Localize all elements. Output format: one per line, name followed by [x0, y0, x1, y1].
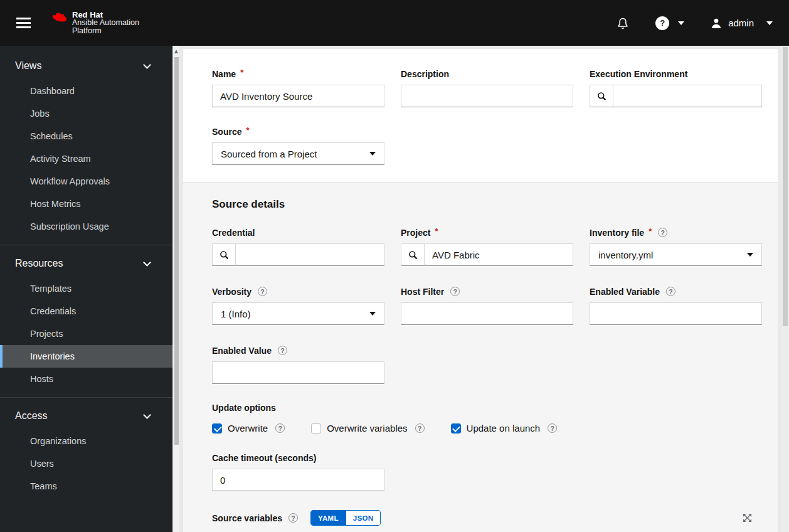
update-on-launch-label: Update on launch — [467, 423, 541, 434]
user-menu-button[interactable]: admin — [711, 18, 773, 29]
sidebar-item-templates[interactable]: Templates — [0, 277, 172, 300]
scrollbar-thumb[interactable] — [174, 57, 179, 445]
name-input[interactable] — [212, 85, 384, 107]
question-circle-icon[interactable] — [289, 513, 298, 523]
question-circle-icon[interactable] — [275, 423, 285, 433]
enabled-value-field: Enabled Value — [212, 345, 384, 384]
name-label: Name — [212, 69, 236, 79]
sidebar-item-dashboard[interactable]: Dashboard — [0, 80, 172, 102]
inventory-source-form-top: Name Description Execution Environment — [183, 49, 778, 182]
main-scrollbar[interactable] — [781, 46, 789, 532]
question-circle-icon[interactable] — [278, 346, 287, 355]
overwrite-checkbox[interactable] — [212, 423, 222, 434]
project-field: Project — [401, 227, 573, 266]
brand-line3: Platform — [72, 27, 139, 35]
question-circle-icon[interactable] — [548, 423, 557, 433]
required-asterisk — [246, 125, 249, 135]
project-label: Project — [401, 228, 430, 238]
description-input[interactable] — [401, 85, 573, 107]
question-circle-icon[interactable] — [666, 287, 675, 296]
project-input[interactable] — [425, 243, 573, 266]
required-asterisk — [649, 226, 652, 236]
brand-text: Red Hat Ansible Automation Platform — [72, 11, 139, 35]
search-icon — [408, 250, 418, 260]
overwrite-variables-checkbox[interactable] — [311, 423, 321, 434]
verbosity-field: Verbosity 1 (Info) — [212, 286, 384, 325]
overwrite-variables-option: Overwrite variables — [311, 423, 424, 434]
source-variables-row: Source variables YAML JSON — [212, 510, 762, 526]
chevron-down-icon — [143, 258, 151, 267]
question-circle-icon[interactable] — [258, 287, 267, 296]
update-on-launch-checkbox[interactable] — [451, 423, 461, 434]
required-asterisk — [240, 68, 243, 77]
source-variables-label: Source variables — [212, 513, 282, 523]
enabled-variable-input[interactable] — [590, 302, 762, 325]
enabled-variable-label: Enabled Variable — [590, 287, 660, 297]
expand-editor-button[interactable] — [743, 513, 752, 523]
enabled-value-label: Enabled Value — [212, 346, 272, 356]
help-menu-button[interactable] — [655, 16, 684, 30]
sidebar-item-inventories[interactable]: Inventories — [0, 345, 172, 368]
project-search-button[interactable] — [401, 243, 425, 266]
question-circle-icon[interactable] — [415, 423, 425, 433]
inventory-file-select[interactable]: inventory.yml — [590, 243, 762, 266]
sidebar-item-subscription-usage[interactable]: Subscription Usage — [0, 215, 172, 238]
source-details-title: Source details — [212, 198, 762, 211]
brand-logo: Red Hat Ansible Automation Platform — [51, 11, 139, 35]
top-navbar: Red Hat Ansible Automation Platform admi… — [0, 0, 789, 46]
host-filter-input[interactable] — [401, 302, 573, 325]
source-details-section: Source details Credential — [183, 183, 778, 532]
json-toggle-button[interactable]: JSON — [346, 511, 381, 525]
sidebar-item-teams[interactable]: Teams — [0, 475, 172, 497]
expand-icon — [743, 513, 752, 523]
credential-search-button[interactable] — [212, 243, 236, 266]
sidebar-item-hosts[interactable]: Hosts — [0, 368, 172, 390]
verbosity-select[interactable]: 1 (Info) — [212, 302, 384, 325]
sidebar-item-activity-stream[interactable]: Activity Stream — [0, 147, 172, 170]
verbosity-label: Verbosity — [212, 287, 252, 297]
sidebar-item-projects[interactable]: Projects — [0, 322, 172, 345]
notifications-button[interactable] — [617, 17, 629, 29]
search-icon — [220, 250, 229, 260]
sidebar-item-credentials[interactable]: Credentials — [0, 300, 172, 322]
sidebar-group-views[interactable]: Views — [0, 52, 172, 80]
sidebar-group-resources[interactable]: Resources — [0, 250, 172, 277]
sidebar-item-schedules[interactable]: Schedules — [0, 125, 172, 147]
sidebar-section-views: Views Dashboard Jobs Schedules Activity … — [0, 52, 172, 238]
caret-down-icon — [678, 21, 684, 25]
sidebar-item-jobs[interactable]: Jobs — [0, 102, 172, 125]
scrollbar-thumb[interactable] — [783, 47, 788, 326]
sidebar-item-workflow-approvals[interactable]: Workflow Approvals — [0, 170, 172, 193]
inventory-file-label: Inventory file — [590, 228, 644, 238]
cache-timeout-input[interactable] — [212, 469, 384, 491]
yaml-toggle-button[interactable]: YAML — [311, 511, 346, 525]
credential-field: Credential — [212, 227, 384, 266]
execution-environment-input[interactable] — [613, 85, 762, 107]
user-icon — [711, 18, 722, 29]
search-icon — [597, 92, 606, 101]
source-select[interactable]: Sourced from a Project — [212, 142, 384, 165]
question-circle-icon[interactable] — [450, 287, 460, 296]
execution-environment-field: Execution Environment — [590, 68, 762, 107]
source-label: Source — [212, 127, 241, 137]
inventory-file-value: inventory.yml — [598, 250, 653, 260]
credential-input[interactable] — [236, 243, 384, 266]
question-circle-icon[interactable] — [658, 228, 667, 237]
sidebar-scrollbar[interactable] — [172, 46, 179, 532]
cache-timeout-label: Cache timeout (seconds) — [212, 453, 316, 463]
sidebar-item-host-metrics[interactable]: Host Metrics — [0, 193, 172, 215]
host-filter-label: Host Filter — [401, 287, 444, 297]
execution-environment-search-button[interactable] — [590, 85, 613, 107]
redhat-hat-icon — [51, 13, 68, 24]
help-icon — [655, 16, 669, 30]
scrollbar-up-arrow-icon[interactable] — [174, 50, 178, 53]
overwrite-label: Overwrite — [228, 423, 268, 434]
sidebar-group-label: Access — [15, 410, 48, 422]
sidebar-item-organizations[interactable]: Organizations — [0, 430, 172, 452]
sidebar-item-users[interactable]: Users — [0, 452, 172, 475]
sidebar-group-access[interactable]: Access — [0, 402, 172, 430]
sidebar-group-label: Resources — [15, 258, 63, 269]
hamburger-menu-icon[interactable] — [15, 15, 32, 31]
enabled-value-input[interactable] — [212, 361, 384, 384]
update-options-group: Update options Overwrite Overwrite varia… — [212, 403, 762, 434]
